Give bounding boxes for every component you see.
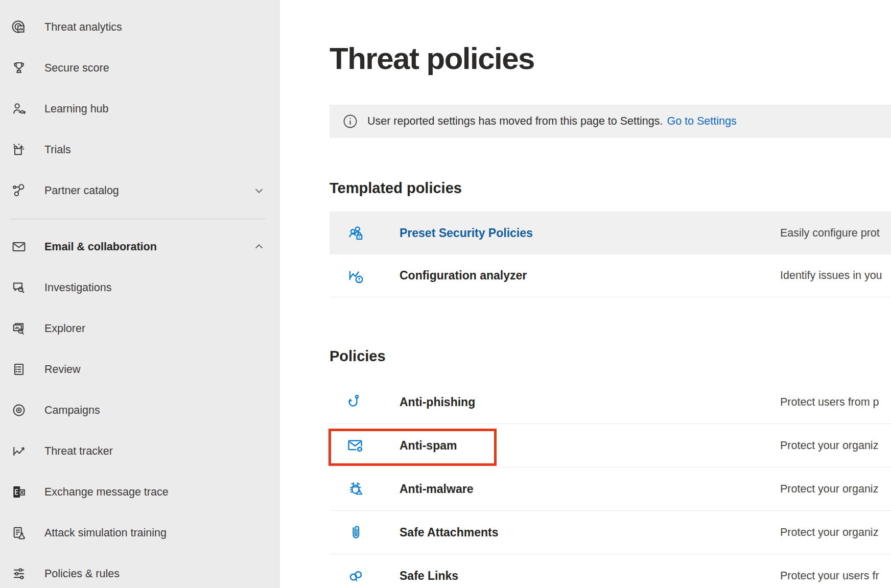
main-content: Threat policies User reported settings h… bbox=[280, 0, 891, 588]
policy-row-anti-phishing[interactable]: Anti-phishing Protect users from p bbox=[330, 381, 891, 424]
chevron-up-icon[interactable] bbox=[253, 241, 265, 252]
threat-tracker-icon bbox=[10, 442, 28, 460]
sidebar-item-label: Exchange message trace bbox=[44, 486, 169, 499]
sidebar-item-label: Threat analytics bbox=[44, 21, 122, 34]
sidebar-item-label: Attack simulation training bbox=[44, 527, 167, 539]
sidebar-item-explorer[interactable]: Explorer bbox=[0, 308, 280, 349]
sidebar-item-trials[interactable]: Trials bbox=[0, 129, 280, 170]
policy-row-title[interactable]: Safe Attachments bbox=[400, 526, 780, 539]
sidebar-divider bbox=[10, 219, 265, 219]
policy-row-anti-malware[interactable]: Anti-malware Protect your organiz bbox=[330, 467, 891, 511]
explorer-icon bbox=[10, 320, 28, 337]
secure-score-icon bbox=[10, 59, 28, 77]
email-collaboration-icon bbox=[10, 238, 28, 255]
banner-message: User reported settings has moved from th… bbox=[367, 115, 663, 128]
sidebar-item-email-collaboration[interactable]: Email & collaboration bbox=[0, 226, 280, 267]
sidebar-item-label: Secure score bbox=[44, 62, 109, 75]
info-banner: User reported settings has moved from th… bbox=[330, 105, 891, 138]
threat-analytics-icon bbox=[10, 18, 28, 36]
sidebar-item-secure-score[interactable]: Secure score bbox=[0, 48, 280, 88]
preset-security-policies-icon bbox=[346, 224, 365, 242]
sidebar-item-threat-tracker[interactable]: Threat tracker bbox=[0, 431, 280, 472]
policy-row-description: Protect users from p bbox=[780, 396, 879, 409]
sidebar-item-label: Trials bbox=[44, 144, 71, 156]
sidebar-item-attack-simulation-training[interactable]: Attack simulation training bbox=[0, 512, 280, 553]
configuration-analyzer-icon bbox=[346, 267, 365, 285]
sidebar-item-label: Investigations bbox=[44, 281, 111, 294]
policy-row-title[interactable]: Anti-spam bbox=[400, 439, 780, 453]
policy-row-configuration-analyzer[interactable]: Configuration analyzer Identify issues i… bbox=[330, 254, 891, 297]
sidebar-item-partner-catalog[interactable]: Partner catalog bbox=[0, 170, 280, 211]
safe-links-icon bbox=[346, 567, 365, 585]
review-icon bbox=[10, 361, 28, 378]
sidebar-item-campaigns[interactable]: Campaigns bbox=[0, 390, 280, 431]
trials-icon bbox=[10, 141, 28, 158]
anti-malware-icon bbox=[346, 480, 365, 498]
left-navigation-sidebar: Threat analytics Secure score Learning h… bbox=[0, 0, 280, 588]
section-heading-policies: Policies bbox=[330, 348, 891, 365]
sidebar-item-label: Partner catalog bbox=[44, 184, 119, 197]
sidebar-item-policies-rules[interactable]: Policies & rules bbox=[0, 553, 280, 588]
attack-simulation-icon bbox=[10, 524, 28, 542]
sidebar-item-investigations[interactable]: Investigations bbox=[0, 267, 280, 308]
policy-row-title[interactable]: Safe Links bbox=[400, 569, 780, 583]
policy-row-anti-spam[interactable]: Anti-spam Protect your organiz bbox=[330, 424, 891, 467]
sidebar-item-learning-hub[interactable]: Learning hub bbox=[0, 88, 280, 129]
policy-row-title[interactable]: Anti-phishing bbox=[400, 395, 780, 409]
partner-catalog-icon bbox=[10, 182, 28, 199]
chevron-down-icon[interactable] bbox=[253, 185, 265, 196]
policy-row-title[interactable]: Anti-malware bbox=[400, 482, 780, 496]
policy-row-title[interactable]: Configuration analyzer bbox=[400, 269, 780, 283]
sidebar-item-label: Explorer bbox=[44, 322, 85, 335]
policy-row-description: Protect your organiz bbox=[780, 526, 878, 539]
policy-row-description: Protect your users fr bbox=[780, 570, 879, 582]
policy-row-title[interactable]: Preset Security Policies bbox=[400, 226, 780, 240]
sidebar-item-exchange-message-trace[interactable]: Exchange message trace bbox=[0, 472, 280, 512]
sidebar-item-label: Email & collaboration bbox=[44, 241, 157, 253]
campaigns-icon bbox=[10, 402, 28, 419]
policy-row-description: Protect your organiz bbox=[780, 439, 878, 452]
investigations-icon bbox=[10, 279, 28, 296]
go-to-settings-link[interactable]: Go to Settings bbox=[667, 115, 736, 128]
exchange-icon bbox=[10, 483, 28, 501]
learning-hub-icon bbox=[10, 100, 28, 117]
sidebar-item-threat-analytics[interactable]: Threat analytics bbox=[0, 7, 280, 48]
sidebar-item-review[interactable]: Review bbox=[0, 349, 280, 390]
sidebar-item-label: Learning hub bbox=[44, 103, 109, 115]
section-heading-templated-policies: Templated policies bbox=[330, 180, 891, 197]
sidebar-item-label: Policies & rules bbox=[44, 568, 120, 580]
policy-row-description: Identify issues in you bbox=[780, 269, 882, 282]
page-title: Threat policies bbox=[330, 20, 891, 77]
policy-row-safe-attachments[interactable]: Safe Attachments Protect your organiz bbox=[330, 511, 891, 554]
policies-rules-icon bbox=[10, 565, 28, 582]
info-icon bbox=[342, 113, 358, 129]
sidebar-item-label: Campaigns bbox=[44, 404, 100, 417]
sidebar-item-label: Review bbox=[44, 363, 81, 376]
policy-row-description: Protect your organiz bbox=[780, 483, 878, 496]
sidebar-item-label: Threat tracker bbox=[44, 445, 113, 458]
anti-spam-icon bbox=[346, 436, 365, 455]
policy-row-safe-links[interactable]: Safe Links Protect your users fr bbox=[330, 554, 891, 588]
policy-row-description: Easily configure prot bbox=[780, 227, 880, 240]
anti-phishing-icon bbox=[346, 393, 365, 411]
policy-row-preset-security-policies[interactable]: Preset Security Policies Easily configur… bbox=[330, 211, 891, 254]
safe-attachments-icon bbox=[346, 523, 365, 542]
